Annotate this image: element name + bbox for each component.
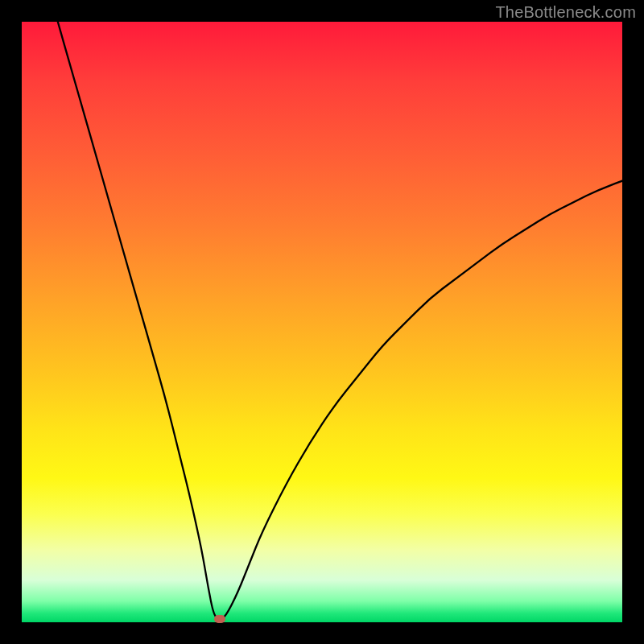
min-marker-dot (214, 615, 225, 623)
bottleneck-curve (22, 22, 622, 622)
watermark-text: TheBottleneck.com (495, 3, 636, 22)
plot-area (22, 22, 622, 622)
chart-frame: TheBottleneck.com (0, 0, 644, 644)
